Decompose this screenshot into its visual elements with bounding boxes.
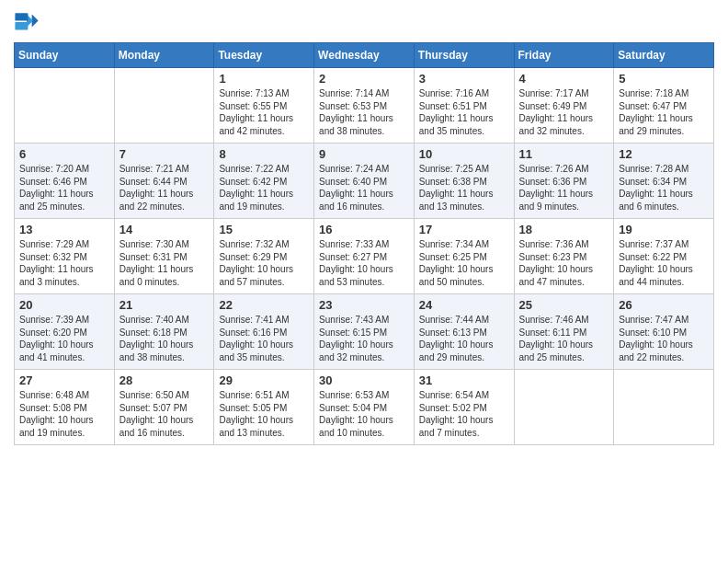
day-info: Sunrise: 7:16 AM Sunset: 6:51 PM Dayligh… [419,87,509,137]
calendar-cell: 16Sunrise: 7:33 AM Sunset: 6:27 PM Dayli… [314,219,415,294]
day-info: Sunrise: 7:22 AM Sunset: 6:42 PM Dayligh… [219,163,309,213]
day-number: 22 [219,298,309,312]
day-info: Sunrise: 7:25 AM Sunset: 6:38 PM Dayligh… [419,163,509,213]
day-info: Sunrise: 6:50 AM Sunset: 5:07 PM Dayligh… [119,389,210,439]
day-info: Sunrise: 7:18 AM Sunset: 6:47 PM Dayligh… [619,87,709,137]
calendar-cell: 19Sunrise: 7:37 AM Sunset: 6:22 PM Dayli… [614,219,714,294]
day-info: Sunrise: 7:37 AM Sunset: 6:22 PM Dayligh… [619,238,709,288]
day-number: 3 [419,72,509,86]
calendar-cell: 30Sunrise: 6:53 AM Sunset: 5:04 PM Dayli… [314,370,415,445]
day-header-thursday: Thursday [414,43,514,68]
calendar-header: SundayMondayTuesdayWednesdayThursdayFrid… [15,43,714,68]
calendar-body: 1Sunrise: 7:13 AM Sunset: 6:55 PM Daylig… [15,68,714,445]
day-number: 11 [519,147,609,161]
day-info: Sunrise: 6:53 AM Sunset: 5:04 PM Dayligh… [319,389,409,439]
calendar-cell: 1Sunrise: 7:13 AM Sunset: 6:55 PM Daylig… [214,68,314,144]
day-number: 15 [219,223,309,236]
calendar-cell: 24Sunrise: 7:44 AM Sunset: 6:13 PM Dayli… [414,294,514,370]
week-row-3: 13Sunrise: 7:29 AM Sunset: 6:32 PM Dayli… [15,219,714,294]
day-number: 5 [619,72,709,86]
day-info: Sunrise: 7:30 AM Sunset: 6:31 PM Dayligh… [119,238,210,288]
calendar-cell [514,370,614,445]
week-row-2: 6Sunrise: 7:20 AM Sunset: 6:46 PM Daylig… [15,144,714,219]
calendar-cell: 5Sunrise: 7:18 AM Sunset: 6:47 PM Daylig… [614,68,714,144]
day-number: 19 [619,223,709,236]
week-row-4: 20Sunrise: 7:39 AM Sunset: 6:20 PM Dayli… [15,294,714,370]
day-number: 7 [119,147,210,161]
day-number: 31 [419,373,509,387]
day-header-monday: Monday [114,43,214,68]
day-info: Sunrise: 7:14 AM Sunset: 6:53 PM Dayligh… [319,87,409,137]
calendar-cell: 15Sunrise: 7:32 AM Sunset: 6:29 PM Dayli… [214,219,314,294]
calendar-cell: 25Sunrise: 7:46 AM Sunset: 6:11 PM Dayli… [514,294,614,370]
calendar-cell: 20Sunrise: 7:39 AM Sunset: 6:20 PM Dayli… [15,294,115,370]
day-info: Sunrise: 7:29 AM Sunset: 6:32 PM Dayligh… [19,238,109,288]
day-info: Sunrise: 7:33 AM Sunset: 6:27 PM Dayligh… [319,238,409,288]
day-info: Sunrise: 7:39 AM Sunset: 6:20 PM Dayligh… [19,314,109,363]
calendar-cell: 14Sunrise: 7:30 AM Sunset: 6:31 PM Dayli… [114,219,214,294]
day-info: Sunrise: 7:40 AM Sunset: 6:18 PM Dayligh… [119,314,210,363]
week-row-5: 27Sunrise: 6:48 AM Sunset: 5:08 PM Dayli… [15,370,714,445]
calendar-cell [614,370,714,445]
day-number: 13 [19,223,109,236]
day-number: 26 [619,298,709,312]
day-info: Sunrise: 6:54 AM Sunset: 5:02 PM Dayligh… [419,389,509,439]
calendar-cell [15,68,115,144]
svg-rect-3 [15,13,28,20]
day-header-wednesday: Wednesday [314,43,415,68]
calendar-cell: 11Sunrise: 7:26 AM Sunset: 6:36 PM Dayli… [514,144,614,219]
svg-rect-4 [15,22,28,29]
day-number: 10 [419,147,509,161]
logo-icon [14,9,40,35]
calendar-cell: 3Sunrise: 7:16 AM Sunset: 6:51 PM Daylig… [414,68,514,144]
day-number: 29 [219,373,309,387]
day-number: 4 [519,72,609,86]
day-header-saturday: Saturday [614,43,714,68]
day-header-friday: Friday [514,43,614,68]
calendar-cell: 21Sunrise: 7:40 AM Sunset: 6:18 PM Dayli… [114,294,214,370]
calendar-cell: 13Sunrise: 7:29 AM Sunset: 6:32 PM Dayli… [15,219,115,294]
week-row-1: 1Sunrise: 7:13 AM Sunset: 6:55 PM Daylig… [15,68,714,144]
day-info: Sunrise: 7:41 AM Sunset: 6:16 PM Dayligh… [219,314,309,363]
day-info: Sunrise: 7:43 AM Sunset: 6:15 PM Dayligh… [319,314,409,363]
day-info: Sunrise: 7:17 AM Sunset: 6:49 PM Dayligh… [519,87,609,137]
day-number: 12 [619,147,709,161]
calendar-cell: 4Sunrise: 7:17 AM Sunset: 6:49 PM Daylig… [514,68,614,144]
calendar-cell: 6Sunrise: 7:20 AM Sunset: 6:46 PM Daylig… [15,144,115,219]
day-info: Sunrise: 6:48 AM Sunset: 5:08 PM Dayligh… [19,389,109,439]
calendar-cell: 8Sunrise: 7:22 AM Sunset: 6:42 PM Daylig… [214,144,314,219]
day-number: 21 [119,298,210,312]
day-info: Sunrise: 7:47 AM Sunset: 6:10 PM Dayligh… [619,314,709,363]
day-info: Sunrise: 7:20 AM Sunset: 6:46 PM Dayligh… [19,163,109,213]
day-info: Sunrise: 6:51 AM Sunset: 5:05 PM Dayligh… [219,389,309,439]
day-number: 9 [319,147,409,161]
calendar-cell [114,68,214,144]
calendar-cell: 28Sunrise: 6:50 AM Sunset: 5:07 PM Dayli… [114,370,214,445]
day-info: Sunrise: 7:28 AM Sunset: 6:34 PM Dayligh… [619,163,709,213]
calendar-cell: 10Sunrise: 7:25 AM Sunset: 6:38 PM Dayli… [414,144,514,219]
day-info: Sunrise: 7:46 AM Sunset: 6:11 PM Dayligh… [519,314,609,363]
calendar-cell: 2Sunrise: 7:14 AM Sunset: 6:53 PM Daylig… [314,68,415,144]
page-header [14,9,714,35]
day-number: 16 [319,223,409,236]
calendar-cell: 7Sunrise: 7:21 AM Sunset: 6:44 PM Daylig… [114,144,214,219]
day-info: Sunrise: 7:26 AM Sunset: 6:36 PM Dayligh… [519,163,609,213]
day-info: Sunrise: 7:32 AM Sunset: 6:29 PM Dayligh… [219,238,309,288]
calendar-cell: 31Sunrise: 6:54 AM Sunset: 5:02 PM Dayli… [414,370,514,445]
day-header-sunday: Sunday [15,43,115,68]
day-number: 30 [319,373,409,387]
day-number: 28 [119,373,210,387]
day-number: 23 [319,298,409,312]
day-info: Sunrise: 7:34 AM Sunset: 6:25 PM Dayligh… [419,238,509,288]
day-info: Sunrise: 7:13 AM Sunset: 6:55 PM Dayligh… [219,87,309,137]
calendar-cell: 23Sunrise: 7:43 AM Sunset: 6:15 PM Dayli… [314,294,415,370]
day-number: 20 [19,298,109,312]
day-number: 6 [19,147,109,161]
day-number: 25 [519,298,609,312]
day-info: Sunrise: 7:44 AM Sunset: 6:13 PM Dayligh… [419,314,509,363]
day-info: Sunrise: 7:36 AM Sunset: 6:23 PM Dayligh… [519,238,609,288]
day-number: 2 [319,72,409,86]
calendar-cell: 9Sunrise: 7:24 AM Sunset: 6:40 PM Daylig… [314,144,415,219]
logo [14,9,43,35]
calendar-table: SundayMondayTuesdayWednesdayThursdayFrid… [14,42,714,445]
